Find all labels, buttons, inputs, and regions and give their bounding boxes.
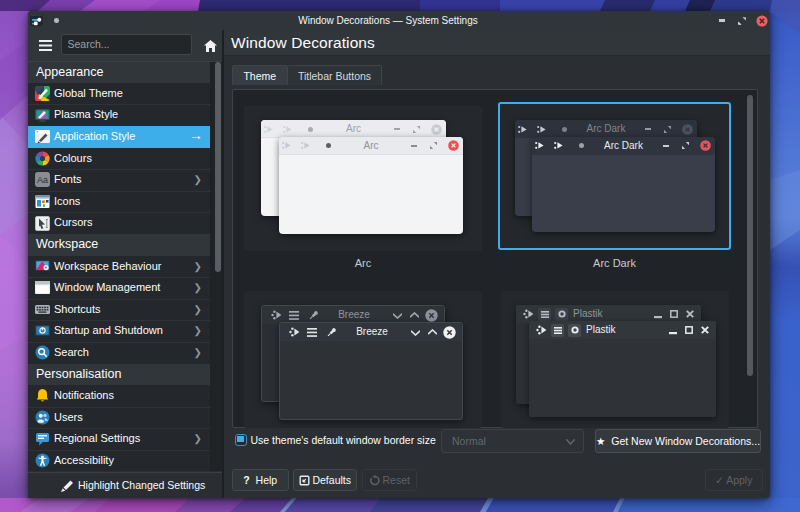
svg-text:Aa: Aa [37, 175, 48, 185]
